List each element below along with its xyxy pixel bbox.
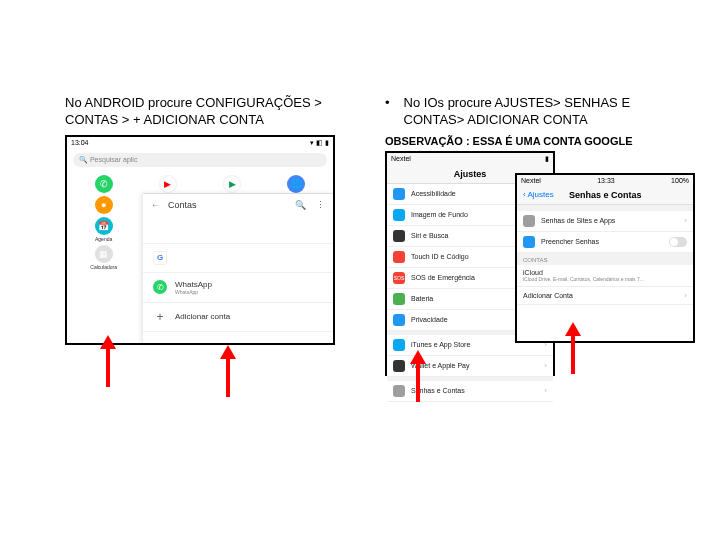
arrow-icon [100,335,116,387]
whatsapp-icon[interactable]: ✆ [95,175,113,193]
calc-icon[interactable]: ▦ [95,245,113,263]
google-icon: G [153,251,167,265]
wallpaper-icon [393,209,405,221]
chevron-icon: › [684,216,687,225]
key-icon [393,385,405,397]
battery-icon [393,293,405,305]
senhas-header: ‹ Ajustes Senhas e Contas [517,186,693,205]
wallet-icon [393,360,405,372]
ios-heading: • No IOs procure AJUSTES> SENHAS E CONTA… [385,95,685,129]
privacy-icon [393,314,405,326]
row-icloud[interactable]: iCloud iCloud Drive, E-mail, Contatos, C… [517,265,693,287]
account-row-blank[interactable] [143,216,333,244]
whatsapp-icon: ✆ [153,280,167,294]
chevron-icon: › [684,291,687,300]
contas-section: CONTAS [517,253,693,265]
agenda-icon[interactable]: 📅 [95,217,113,235]
app-search[interactable]: 🔍 Pesquisar aplic [73,153,327,167]
autofill-icon [523,236,535,248]
more-icon[interactable]: ⋮ [316,200,325,210]
autofill-toggle[interactable] [669,237,687,247]
contas-header: ← Contas 🔍⋮ [143,194,333,216]
arrow-icon [410,350,426,402]
row-site-passwords[interactable]: Senhas de Sites e Apps› [517,211,693,232]
account-row-google[interactable]: G [143,244,333,273]
add-account-row[interactable]: + Adicionar conta [143,303,333,332]
touchid-icon [393,251,405,263]
app-icon[interactable]: ● [95,196,113,214]
search-icon: 🔍 [79,156,88,163]
contas-panel: ← Contas 🔍⋮ G ✆ WhatsAppWhatsApp + Adi [143,193,333,343]
ios-statusbar-2: Nextel 13:33 100% [517,175,693,186]
android-statusbar: 13:04 ▾ ◧ ▮ [67,137,333,149]
back-icon[interactable]: ← [151,200,160,210]
ios-statusbar: Nextel▮ [387,153,553,165]
android-heading: No ANDROID procure CONFIGURAÇÕES > CONTA… [65,95,345,129]
ios-senhas-frame: Nextel 13:33 100% ‹ Ajustes Senhas e Con… [515,173,695,343]
contas-title: Contas [168,200,197,210]
youtube-icon[interactable]: ▶ [159,175,177,193]
account-row-whatsapp[interactable]: ✆ WhatsAppWhatsApp [143,273,333,303]
siri-icon [393,230,405,242]
appstore-icon [393,339,405,351]
chevron-icon: › [544,386,547,395]
play-icon[interactable]: ▶ [223,175,241,193]
key-icon [523,215,535,227]
android-frame: 13:04 ▾ ◧ ▮ 🔍 Pesquisar aplic ✆ ▶ ▶ 🌐 ● … [65,135,335,345]
browser-icon[interactable]: 🌐 [287,175,305,193]
plus-icon: + [153,310,167,324]
accessibility-icon [393,188,405,200]
observation-text: OBSERVAÇÃO : ESSA É UMA CONTA GOOGLE [385,135,685,147]
arrow-icon [565,322,581,374]
status-icons: ▾ ◧ ▮ [310,139,329,147]
chevron-icon: › [544,361,547,370]
status-time: 13:04 [71,139,89,146]
ios-column: • No IOs procure AJUSTES> SENHAS E CONTA… [385,95,685,381]
row-add-account[interactable]: Adicionar Conta› [517,287,693,305]
row-autofill[interactable]: Preencher Senhas [517,232,693,253]
search-icon[interactable]: 🔍 [295,200,306,210]
arrow-icon [220,345,236,397]
sos-icon: SOS [393,272,405,284]
